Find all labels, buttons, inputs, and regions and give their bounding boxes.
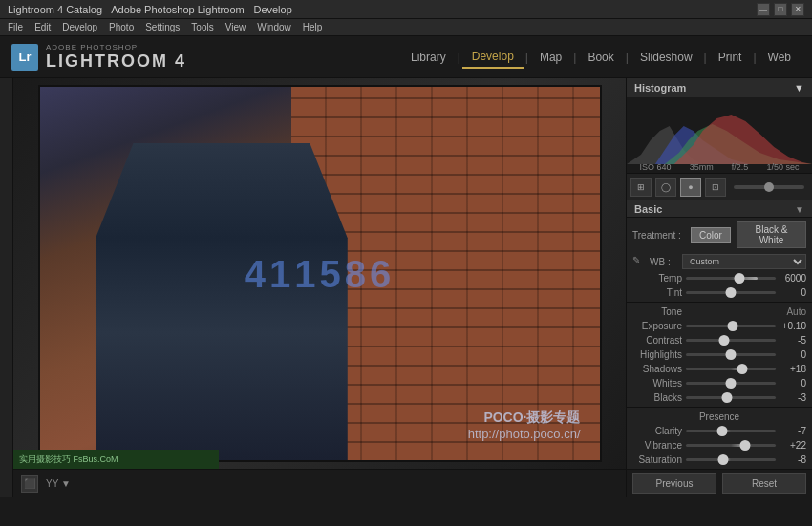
highlights-value: 0 [780, 349, 806, 360]
previous-button[interactable]: Previous [632, 473, 716, 494]
whites-track[interactable] [686, 382, 776, 385]
histogram-title: Histogram [634, 82, 686, 94]
basic-collapse-icon: ▼ [795, 204, 804, 215]
highlights-slider-row: Highlights 0 [627, 347, 812, 362]
treatment-row: Treatment : Color Black & White [627, 218, 812, 252]
nav-links: Library | Develop | Map | Book | Slidesh… [401, 46, 801, 69]
basic-section: Basic ▼ Treatment : Color Black & White … [627, 200, 812, 469]
color-button[interactable]: Color [691, 227, 731, 243]
bottom-icon-1[interactable]: ⬛ [21, 475, 38, 493]
saturation-track[interactable] [686, 458, 776, 461]
close-button[interactable]: ✕ [791, 3, 804, 16]
exposure-track[interactable] [686, 325, 776, 327]
blacks-thumb[interactable] [722, 392, 733, 403]
tool-grid[interactable]: ⊞ [630, 178, 652, 197]
left-panel [0, 78, 13, 497]
clarity-slider-row: Clarity -7 [627, 424, 812, 438]
topnav: Lr ADOBE PHOTOSHOP LIGHTROOM 4 Library |… [0, 36, 812, 78]
bw-button[interactable]: Black & White [737, 221, 806, 248]
tool-dot[interactable]: ● [680, 178, 701, 197]
menu-item-view[interactable]: View [225, 22, 246, 32]
titlebar-text: Lightroom 4 Catalog - Adobe Photoshop Li… [8, 4, 292, 15]
vibrance-thumb[interactable] [740, 440, 751, 451]
tone-label: Tone [632, 306, 682, 317]
logo-area: Lr ADOBE PHOTOSHOP LIGHTROOM 4 [11, 43, 186, 72]
menu-item-edit[interactable]: Edit [34, 22, 51, 32]
nav-develop[interactable]: Develop [462, 46, 524, 69]
shadows-value: +18 [780, 364, 806, 374]
histogram-canvas: ISO 640 35mm f/2.5 1/50 sec [627, 97, 812, 174]
tint-thumb[interactable] [726, 287, 737, 298]
clarity-track[interactable] [686, 430, 776, 432]
tone-auto-button[interactable]: Auto [786, 306, 806, 317]
wb-row: ✎ WB : Custom Auto Daylight Cloudy Shade [627, 252, 812, 271]
tool-circle[interactable]: ◯ [655, 178, 676, 197]
nav-library[interactable]: Library [401, 47, 456, 68]
blacks-track[interactable] [686, 396, 776, 399]
menu-item-file[interactable]: File [8, 22, 23, 32]
vibrance-slider-row: Vibrance +22 [627, 438, 812, 452]
blacks-value: -3 [780, 392, 806, 403]
center-panel: 411586 POCO·摄影专题 http://photo.poco.cn/ 实… [13, 78, 626, 497]
menu-item-window[interactable]: Window [257, 22, 291, 32]
temp-thumb[interactable] [735, 273, 745, 284]
exposure-thumb[interactable] [727, 321, 737, 331]
clarity-value: -7 [780, 426, 806, 436]
wb-label: WB : [650, 257, 678, 267]
nav-print[interactable]: Print [709, 47, 752, 68]
temp-value: 6000 [780, 273, 806, 284]
menu-item-develop[interactable]: Develop [62, 22, 97, 32]
nav-slideshow[interactable]: Slideshow [630, 47, 702, 68]
clarity-label: Clarity [632, 426, 682, 436]
presence-label: Presence [627, 410, 812, 424]
nav-web[interactable]: Web [759, 47, 801, 68]
highlights-track[interactable] [686, 353, 776, 356]
saturation-value: -8 [780, 454, 806, 465]
vibrance-track[interactable] [686, 444, 776, 447]
shadows-thumb[interactable] [737, 364, 748, 374]
maximize-button[interactable]: □ [774, 3, 787, 16]
contrast-track[interactable] [686, 339, 776, 342]
reset-button[interactable]: Reset [722, 473, 806, 494]
histogram-section: Histogram ▼ ISO 640 35mm f/2.5 [627, 78, 812, 174]
tool-slider[interactable] [734, 185, 804, 189]
blacks-slider-row: Blacks -3 [627, 390, 812, 405]
basic-header[interactable]: Basic ▼ [627, 200, 812, 218]
poco-line1: POCO·摄影专题 [468, 410, 581, 427]
tool-square[interactable]: ⊡ [705, 178, 726, 197]
temp-label: Temp [632, 273, 682, 284]
menu-item-tools[interactable]: Tools [191, 22, 213, 32]
logo-text: ADOBE PHOTOSHOP LIGHTROOM 4 [46, 43, 186, 72]
shadows-track[interactable] [686, 368, 776, 370]
histogram-collapse-icon: ▼ [794, 82, 804, 94]
menubar: FileEditDevelopPhotoSettingsToolsViewWin… [0, 19, 812, 36]
menu-item-photo[interactable]: Photo [109, 22, 134, 32]
histogram-header[interactable]: Histogram ▼ [627, 78, 812, 97]
nav-map[interactable]: Map [530, 47, 571, 68]
menu-item-help[interactable]: Help [303, 22, 323, 32]
photo-background: 411586 POCO·摄影专题 http://photo.poco.cn/ [13, 78, 626, 469]
clarity-thumb[interactable] [716, 426, 727, 436]
exposure-label: Exposure [632, 321, 682, 331]
poco-watermark: POCO·摄影专题 http://photo.poco.cn/ [468, 410, 581, 441]
contrast-slider-row: Contrast -5 [627, 333, 812, 347]
temp-track[interactable] [686, 277, 776, 280]
treatment-label: Treatment : [632, 230, 685, 241]
tint-label: Tint [632, 287, 682, 298]
bottom-label[interactable]: YY ▼ [46, 478, 71, 489]
wb-eyedropper-icon[interactable]: ✎ [632, 255, 646, 268]
photo-area: 411586 POCO·摄影专题 http://photo.poco.cn/ 实… [13, 78, 626, 469]
photo-frame[interactable]: 411586 POCO·摄影专题 http://photo.poco.cn/ [38, 85, 602, 462]
whites-thumb[interactable] [726, 378, 737, 389]
saturation-label: Saturation [632, 454, 682, 465]
highlights-thumb[interactable] [726, 349, 737, 360]
minimize-button[interactable]: — [757, 3, 770, 16]
saturation-thumb[interactable] [718, 454, 729, 465]
histogram-shutter: 1/50 sec [766, 162, 799, 172]
menu-item-settings[interactable]: Settings [145, 22, 180, 32]
nav-book[interactable]: Book [578, 47, 623, 68]
contrast-thumb[interactable] [719, 335, 730, 346]
contrast-value: -5 [780, 335, 806, 346]
tint-track[interactable] [686, 291, 776, 294]
wb-select[interactable]: Custom Auto Daylight Cloudy Shade [682, 254, 806, 269]
